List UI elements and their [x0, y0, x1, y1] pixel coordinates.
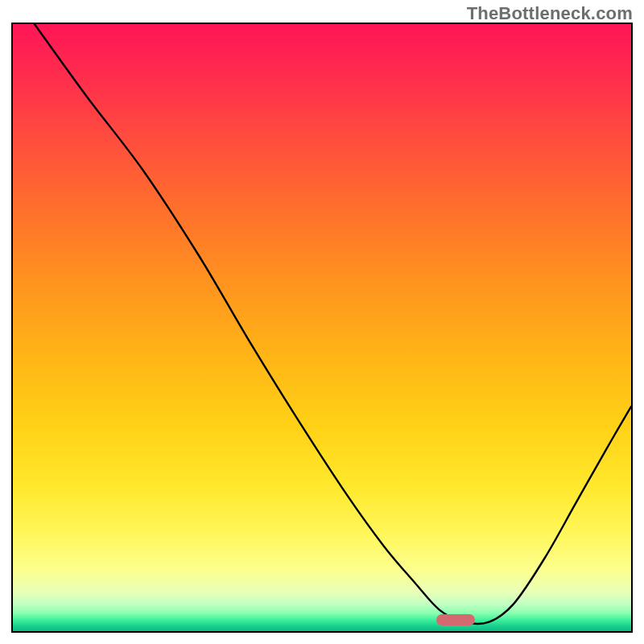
watermark-text: TheBottleneck.com [467, 3, 633, 24]
bottleneck-curve-path [35, 24, 631, 624]
chart-curve [13, 24, 631, 631]
optimal-marker-pill [436, 614, 475, 625]
chart-frame [11, 23, 633, 633]
